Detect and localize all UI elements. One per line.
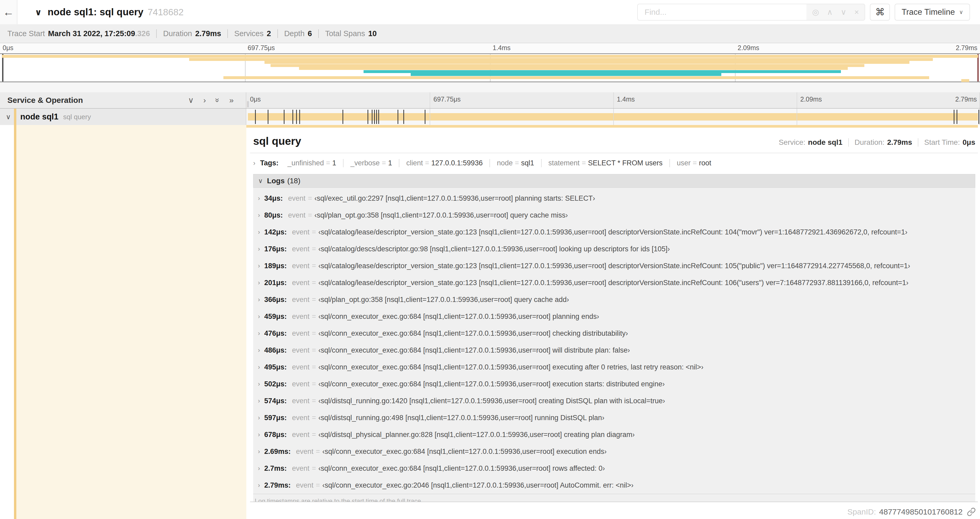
tags-list: _unfinished=1_verbose=1client=127.0.0.1:…: [280, 159, 718, 167]
chevron-right-icon: ›: [258, 414, 260, 422]
header-toolbar: ◎ ∧ ∨ × ⌘ Trace Timeline ∨: [637, 4, 970, 21]
prev-result-icon[interactable]: ∧: [827, 8, 833, 16]
ruler-tick-label: 2.09ms: [738, 44, 759, 52]
keyboard-shortcuts-button[interactable]: ⌘: [870, 4, 890, 21]
log-marker-tick: [954, 110, 955, 124]
log-marker-tick: [293, 110, 293, 124]
log-field-value: ‹sql/distsql_running.go:498 [nsql1,clien…: [318, 414, 605, 422]
back-arrow-icon: ←: [3, 6, 14, 18]
log-field-key: event: [292, 228, 310, 236]
timeline-ticks-header: 0μs697.75μs1.4ms2.09ms2.79ms: [246, 92, 980, 108]
timeline-column-line: [613, 92, 614, 108]
summary-value: 2.79ms: [195, 29, 221, 38]
chevron-right-icon: ›: [258, 245, 260, 252]
minimap-left-scrubber[interactable]: [2, 54, 3, 81]
tag-value: 127.0.0.1:59936: [431, 159, 483, 167]
log-timestamp: 2.7ms:: [264, 465, 287, 473]
log-row[interactable]: ›176μs:event=‹sql/catalog/descs/descript…: [253, 241, 975, 257]
timeline-tick-label: 1.4ms: [613, 96, 635, 103]
log-row[interactable]: ›34μs:event=‹sql/exec_util.go:2297 [nsql…: [253, 190, 975, 207]
chevron-right-icon: ›: [258, 313, 260, 320]
copy-link-icon[interactable]: [967, 508, 976, 516]
log-row[interactable]: ›2.79ms:event=‹sql/conn_executor_exec.go…: [253, 477, 975, 494]
log-timestamp: 189μs:: [264, 262, 287, 270]
log-field-value: ‹sql/catalog/lease/descriptor_version_st…: [318, 228, 907, 236]
tags-accordion[interactable]: › Tags: _unfinished=1_verbose=1client=12…: [250, 153, 978, 172]
view-selector-button[interactable]: Trace Timeline ∨: [895, 4, 970, 21]
log-field-value: ‹sql/plan_opt.go:358 [nsql1,client=127.0…: [318, 295, 569, 304]
log-row[interactable]: ›574μs:event=‹sql/distsql_running.go:142…: [253, 393, 975, 409]
equals-sign: =: [582, 159, 586, 167]
log-marker-tick: [378, 110, 379, 124]
log-row[interactable]: ›2.69ms:event=‹sql/conn_executor_exec.go…: [253, 443, 975, 460]
span-duration-bar[interactable]: [248, 113, 978, 121]
service-color-stripe: [14, 125, 16, 519]
log-field-key: event: [296, 481, 313, 489]
expand-all-icon[interactable]: »: [229, 96, 234, 104]
summary-label: Services: [234, 29, 263, 38]
log-timestamp: 502μs:: [264, 380, 287, 388]
span-id-label: SpanID:: [848, 508, 876, 516]
log-row[interactable]: ›495μs:event=‹sql/conn_executor_exec.go:…: [253, 359, 975, 375]
span-detail-card: sql query Service:node sql1Duration:2.79…: [250, 128, 978, 502]
service-operation-title: Service & Operation: [7, 96, 83, 105]
span-row-timeline-cell: [246, 109, 980, 125]
scope-icon[interactable]: ◎: [812, 8, 819, 16]
log-field-key: event: [292, 262, 310, 270]
collapse-all-icon[interactable]: »: [214, 98, 221, 102]
logs-list: ›34μs:event=‹sql/exec_util.go:2297 [nsql…: [253, 188, 975, 494]
tag-value: root: [699, 159, 711, 167]
log-field-key: event: [292, 295, 310, 304]
log-field-key: event: [292, 380, 310, 388]
logs-count: (18): [287, 177, 300, 185]
log-row[interactable]: ›459μs:event=‹sql/conn_executor_exec.go:…: [253, 308, 975, 325]
column-resizer-handle[interactable]: ∥: [246, 100, 250, 108]
trace-minimap[interactable]: [0, 53, 980, 82]
logs-header[interactable]: ∨ Logs (18): [253, 174, 975, 188]
minimap-right-scrubber[interactable]: [977, 54, 979, 81]
expand-one-icon[interactable]: ›: [204, 96, 206, 104]
log-row[interactable]: ›189μs:event=‹sql/catalog/lease/descript…: [253, 257, 975, 274]
equals-sign: =: [316, 447, 320, 456]
tags-label: Tags:: [260, 159, 278, 167]
log-row[interactable]: ›142μs:event=‹sql/catalog/lease/descript…: [253, 224, 975, 241]
chevron-down-icon[interactable]: ∨: [35, 7, 42, 18]
log-row[interactable]: ›80μs:event=‹sql/plan_opt.go:358 [nsql1,…: [253, 207, 975, 224]
logs-footnote: Log timestamps are relative to the start…: [253, 494, 975, 502]
chevron-down-icon[interactable]: ∨: [6, 113, 11, 121]
trace-title-wrap: ∨ node sql1: sql query 7418682: [35, 6, 184, 18]
log-row[interactable]: ›366μs:event=‹sql/plan_opt.go:358 [nsql1…: [253, 291, 975, 308]
collapse-one-icon[interactable]: ∨: [188, 96, 194, 104]
chevron-right-icon: ›: [258, 380, 260, 388]
log-row[interactable]: ›486μs:event=‹sql/conn_executor_exec.go:…: [253, 342, 975, 359]
log-row[interactable]: ›476μs:event=‹sql/conn_executor_exec.go:…: [253, 325, 975, 342]
timeline-column-line: [430, 109, 430, 125]
log-field-value: ‹sql/conn_executor_exec.go:684 [nsql1,cl…: [318, 380, 665, 388]
equals-sign: =: [312, 465, 316, 473]
log-timestamp: 459μs:: [264, 313, 287, 321]
log-marker-tick: [374, 110, 375, 124]
search-input[interactable]: [637, 4, 807, 21]
log-field-key: event: [288, 194, 305, 203]
tag-key: _unfinished: [287, 159, 324, 167]
tag-value: 1: [388, 159, 392, 167]
clear-search-icon[interactable]: ×: [854, 8, 859, 16]
log-row[interactable]: ›2.7ms:event=‹sql/conn_executor_exec.go:…: [253, 460, 975, 477]
tag-item: _unfinished=1: [280, 159, 343, 167]
log-row[interactable]: ›678μs:event=‹sql/distsql_physical_plann…: [253, 426, 975, 443]
summary-item: Services2: [228, 29, 271, 38]
log-row[interactable]: ›502μs:event=‹sql/conn_executor_exec.go:…: [253, 375, 975, 393]
span-title: sql query: [253, 135, 301, 147]
log-timestamp: 2.69ms:: [264, 447, 291, 456]
summary-value: 10: [368, 29, 377, 38]
back-button[interactable]: ←: [0, 0, 18, 24]
span-row-name-cell[interactable]: ∨ node sql1 sql query: [0, 109, 246, 125]
minimap-span-bar: [961, 79, 969, 82]
span-meta-label: Start Time:: [924, 138, 960, 146]
log-row[interactable]: ›597μs:event=‹sql/distsql_running.go:498…: [253, 409, 975, 426]
log-field-value: ‹sql/catalog/lease/descriptor_version_st…: [318, 262, 910, 270]
log-row[interactable]: ›201μs:event=‹sql/catalog/lease/descript…: [253, 274, 975, 291]
log-marker-tick: [368, 110, 368, 124]
next-result-icon[interactable]: ∨: [841, 8, 846, 16]
log-field-key: event: [292, 397, 310, 405]
